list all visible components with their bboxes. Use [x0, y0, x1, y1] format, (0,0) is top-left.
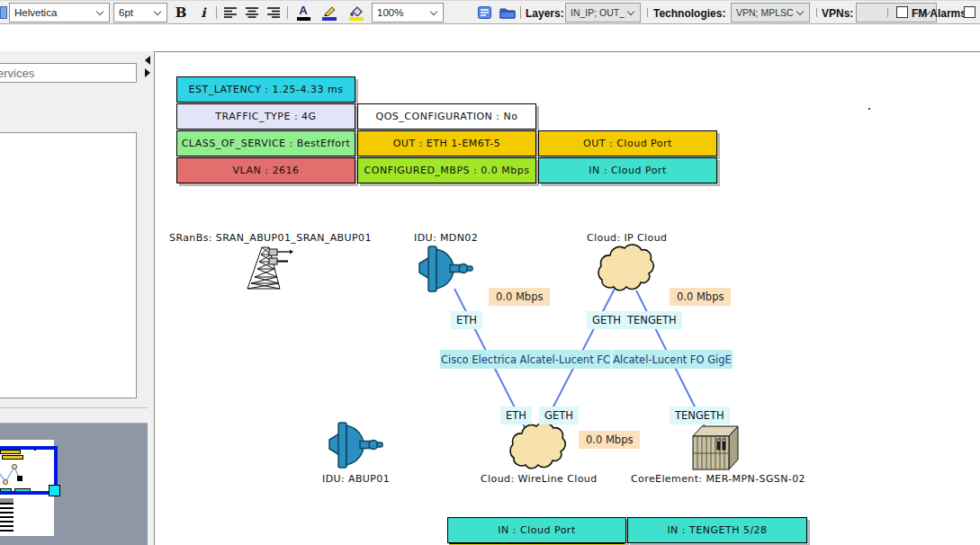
- node-label-mdn02[interactable]: IDU: MDN02: [414, 232, 478, 244]
- bottom-cell-in-cloud-port[interactable]: IN : Cloud Port: [447, 517, 626, 543]
- align-right-button[interactable]: [265, 3, 283, 22]
- port-label-geth-bottom[interactable]: GETH: [539, 407, 579, 424]
- italic-icon: i: [201, 5, 205, 20]
- bottom-cell-in-tengeth[interactable]: IN : TENGETH 5/28: [627, 517, 807, 543]
- notes-icon: [478, 6, 491, 19]
- collapse-right-icon[interactable]: [145, 68, 150, 77]
- toolbar-separator: [287, 6, 288, 19]
- font-color-button[interactable]: A: [292, 3, 314, 22]
- cloud-icon[interactable]: [508, 418, 567, 474]
- toolbar-separator: [887, 8, 888, 17]
- secondary-checkbox[interactable]: [964, 6, 976, 18]
- info-cell-out-cloud-port[interactable]: OUT : Cloud Port: [538, 130, 717, 156]
- toolbar-separator: [647, 8, 648, 17]
- align-center-icon: [246, 7, 258, 18]
- marker-color-swatch: [322, 17, 337, 21]
- port-label-tengeth-top[interactable]: TENGETH: [622, 311, 682, 329]
- collapse-left-icon[interactable]: [145, 56, 150, 65]
- port-label-tengeth-bottom[interactable]: TENGETH: [670, 407, 730, 424]
- chevron-down-icon: [627, 7, 634, 14]
- minimap-chassis: [0, 498, 13, 533]
- overview-minimap[interactable]: [0, 423, 148, 545]
- node-label-core[interactable]: CoreElement: MER-MPN-SGSN-02: [631, 473, 805, 485]
- app-window: Helvetica 6pt B i A: [0, 0, 980, 545]
- link-label-cisco-electrica[interactable]: Cisco Electrica Alcatel-Lucent FC: [440, 350, 611, 369]
- align-center-button[interactable]: [243, 3, 261, 22]
- align-right-icon: [267, 7, 280, 18]
- radio-tower-icon[interactable]: [239, 244, 293, 296]
- services-list-panel[interactable]: [0, 132, 137, 398]
- chevron-down-icon: [154, 7, 161, 14]
- port-label-eth-top[interactable]: ETH: [451, 311, 482, 329]
- folder-icon: [499, 6, 516, 19]
- microwave-idu-icon[interactable]: [328, 420, 383, 470]
- italic-button[interactable]: i: [194, 3, 212, 22]
- fill-color-button[interactable]: [345, 3, 368, 22]
- layers-select[interactable]: IN_IP; OUT_...: [565, 3, 641, 22]
- technologies-select[interactable]: VPN; MPLSCL...: [731, 3, 810, 22]
- port-label-geth-top[interactable]: GETH: [587, 311, 626, 329]
- info-cell-class-of-service[interactable]: CLASS_OF_SERVICE : BestEffort: [176, 130, 355, 156]
- fm-alarms-checkbox[interactable]: [896, 6, 908, 18]
- info-cell-est-latency[interactable]: EST_LATENCY : 1.25-4.33 ms: [176, 76, 355, 103]
- link-label-alcatel-fo[interactable]: Alcatel-Lucent FO GigE: [612, 350, 733, 369]
- fill-color-icon: [349, 5, 364, 16]
- left-sidebar: [0, 51, 155, 545]
- node-label-wireline[interactable]: Cloud: WireLine Cloud: [481, 473, 598, 485]
- font-family-value: Helvetica: [14, 7, 94, 18]
- zoom-select[interactable]: 100%: [372, 3, 444, 22]
- node-label-sran[interactable]: SRanBs: SRAN_ABUP01_SRAN_ABUP01: [169, 232, 372, 244]
- folder-button[interactable]: [498, 3, 517, 22]
- port-label-eth-bottom[interactable]: ETH: [500, 407, 532, 424]
- technologies-label: Technologies:: [653, 1, 725, 25]
- font-size-select[interactable]: 6pt: [113, 3, 167, 22]
- align-left-button[interactable]: [221, 3, 239, 22]
- toolbar-separator: [816, 8, 817, 17]
- info-cell-in-cloud-port[interactable]: IN : Cloud Port: [538, 157, 717, 183]
- info-cell-out-eth[interactable]: OUT : ETH 1-EM6T-5: [357, 130, 536, 156]
- services-search-input[interactable]: [0, 63, 137, 83]
- layers-label: Layers:: [526, 1, 564, 25]
- notes-button[interactable]: [475, 3, 493, 22]
- bold-button[interactable]: B: [171, 3, 191, 22]
- bold-icon: B: [175, 4, 187, 21]
- zoom-value: 100%: [377, 7, 427, 18]
- layers-value: IN_IP; OUT_...: [571, 7, 625, 18]
- info-cell-vlan[interactable]: VLAN : 2616: [176, 157, 355, 183]
- fm-alarms-label: FM Alarms: [912, 1, 967, 25]
- chassis-icon[interactable]: [688, 422, 742, 474]
- bandwidth-label[interactable]: 0.0 Mbps: [489, 288, 550, 306]
- topology-canvas[interactable]: EST_LATENCY : 1.25-4.33 ms TRAFFIC_TYPE …: [155, 51, 980, 545]
- sidebar-divider: [0, 407, 148, 408]
- microwave-idu-icon[interactable]: [418, 244, 473, 294]
- font-family-select[interactable]: Helvetica: [9, 3, 110, 22]
- cloud-icon[interactable]: [596, 240, 655, 296]
- chevron-down-icon: [430, 7, 437, 14]
- chevron-down-icon: [796, 7, 804, 14]
- font-color-icon: A: [299, 4, 307, 16]
- technologies-value: VPN; MPLSCL...: [736, 7, 794, 18]
- canvas-dot: [868, 108, 870, 110]
- chevron-down-icon: [96, 7, 103, 14]
- clipped-toolbar-icon[interactable]: [0, 6, 7, 19]
- toolbar-separator: [216, 6, 217, 19]
- font-color-swatch: [297, 17, 310, 21]
- node-label-abup01[interactable]: IDU: ABUP01: [322, 473, 390, 485]
- minimap-resize-handle[interactable]: [49, 485, 60, 496]
- info-cell-qos[interactable]: QOS_CONFIGURATION : No: [357, 103, 536, 130]
- toolbar-separator: [520, 6, 521, 19]
- fill-color-swatch: [349, 17, 364, 21]
- info-cell-traffic-type[interactable]: TRAFFIC_TYPE : 4G: [176, 103, 355, 130]
- font-size-value: 6pt: [119, 7, 151, 18]
- bandwidth-label[interactable]: 0.0 Mbps: [670, 288, 731, 306]
- align-left-icon: [224, 7, 237, 18]
- bandwidth-label[interactable]: 0.0 Mbps: [579, 431, 640, 449]
- marker-pen-icon: [322, 5, 337, 16]
- info-cell-configured-mbps[interactable]: CONFIGURED_MBPS : 0.0 Mbps: [357, 157, 536, 183]
- marker-pen-button[interactable]: [318, 3, 341, 22]
- format-toolbar: Helvetica 6pt B i A: [0, 0, 980, 24]
- vpns-label: VPNs:: [822, 1, 853, 25]
